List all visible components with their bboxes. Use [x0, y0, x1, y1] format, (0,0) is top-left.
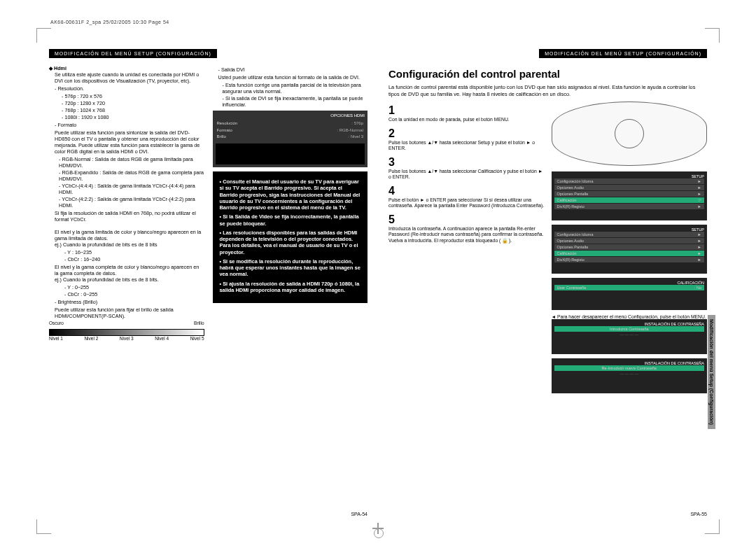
close-menu-note: ◄ Para hacer desaparecer el menú Configu…	[552, 314, 708, 319]
level3: Nivel 3	[120, 336, 134, 342]
gamma-full: El nivel y la gama completa de color y b…	[55, 264, 204, 276]
page-right: Modificación del menú Setup (Configuraci…	[388, 49, 707, 517]
rgb-normal: RGB-Normal : Salida de datos RGB de gama…	[59, 156, 204, 169]
step1-text: Con la unidad en modo de parada, pulse e…	[388, 117, 545, 122]
warn5: • Si ajusta la resolución de salida a HD…	[220, 281, 361, 294]
rgb-exp: RGB-Expandido : Salida de datos RGB de g…	[59, 169, 204, 182]
cb255: CbCr : 0~255	[64, 291, 204, 297]
res-label: Resolución.	[55, 85, 204, 92]
oscuro-label: Oscuro	[49, 321, 64, 326]
y235: Y : 16~235	[64, 249, 204, 255]
osd-row: Re-Introducir nueva Contraseña	[602, 366, 657, 370]
osd-pass1: INSTALACIÓN DE CONTRASEÑA Introduzca Con…	[552, 319, 708, 354]
page-left: Modificación del menú Setup (Configuraci…	[49, 49, 368, 517]
osd-calif: CALIFICACIÓN Usar Contraseña: No	[552, 278, 708, 310]
brillo-label: Brillo	[194, 321, 204, 326]
warn4: • Si se modifica la resolución durante l…	[220, 258, 361, 278]
dvi-b1: Esta función corrige una pantalla parcia…	[223, 82, 368, 94]
crop-mark	[36, 519, 51, 534]
crop-mark-center-circle	[374, 528, 384, 538]
osd-setup-1: SETUP Configuración Idioma► Opciones Aud…	[552, 171, 708, 220]
step1-num: 1	[388, 104, 545, 117]
remote-illustration	[552, 101, 708, 166]
osd-row: Calificación	[557, 251, 577, 255]
step4-text: Pulse el botón ► o ENTER para selecciona…	[388, 197, 545, 209]
dvi-b2: Si la salida de DVI se fija inexactament…	[223, 95, 368, 108]
osd-pass2: INSTALACIÓN DE CONTRASEÑA Re-Introducir …	[552, 358, 708, 393]
osd-row-label: Brillo	[217, 134, 226, 140]
step2-num: 2	[388, 127, 545, 140]
formato-label: Formato	[55, 122, 204, 128]
page-num-right: SPA-55	[690, 512, 707, 517]
warn2: • Si la Salida de Video se fija incorrec…	[220, 213, 361, 227]
osd-row-label: Resolución	[217, 121, 238, 127]
brightness-text: Puede utilizar esta función para fijar e…	[55, 307, 204, 319]
level4: Nivel 4	[155, 336, 169, 342]
warn1: • Consulte el Manual del usuario de su T…	[220, 178, 361, 211]
osd-row-val: : No	[694, 286, 701, 290]
step5-num: 5	[388, 213, 545, 226]
res-576: 576p : 720 x 576	[62, 93, 204, 99]
ej8b: ej.) Cuando la profundidad de bits es de…	[55, 276, 204, 283]
side-tab: Modificación del menú Setup (Configuraci…	[708, 315, 715, 429]
osd-row: Introduzca Contraseña	[610, 327, 649, 331]
osd-title: OPCIONES HDMI	[216, 113, 365, 119]
yc422: YCbCr-(4:2:2) : Salida de gama limitada …	[59, 196, 204, 209]
osd-row-val: : 576p	[351, 121, 363, 127]
page-num-left: SPA-54	[351, 512, 368, 517]
cb240: CbCr : 16~240	[64, 256, 204, 262]
res-720: 720p : 1280 x 720	[62, 100, 204, 106]
osd-row: Opciones Audio	[557, 239, 584, 243]
hdmi-intro: Se utiliza este ajuste cuando la unidad …	[55, 71, 204, 84]
level2: Nivel 2	[84, 336, 98, 342]
gamma-lim: El nivel y la gama limitada de color y b…	[55, 229, 204, 241]
osd-row: Opciones Audio	[557, 185, 584, 190]
steps-text-col: 1 Con la unidad en modo de parada, pulse…	[388, 101, 545, 398]
section-bar: Modificación del menú Setup (Configuraci…	[539, 49, 707, 58]
y255: Y : 0~255	[64, 284, 204, 290]
crop-mark	[705, 519, 720, 534]
res-768: 768p : 1024 x 768	[62, 107, 204, 113]
dvi-text: Usted puede utilizar esta función al for…	[218, 74, 368, 80]
osd-row-val: : RGB-Normal	[337, 128, 363, 134]
crop-mark	[705, 28, 720, 43]
print-header: AK68-00631F 2_spa 25/02/2005 10:30 Page …	[50, 20, 169, 24]
crop-mark	[36, 28, 51, 43]
warn3: • Las resoluciones disponibles para las …	[220, 230, 361, 255]
formato-text: Puede utilizar esta función para sintoni…	[55, 129, 204, 155]
osd-row: Configuración Idioma	[557, 179, 594, 183]
yc444: YCbCr-(4:4:4) : Salida de gama limitada …	[59, 183, 204, 195]
osd-row: Configuración Idioma	[557, 232, 594, 237]
step4-num: 4	[388, 185, 545, 197]
osd-row: Opciones Pantalla	[557, 245, 589, 249]
note768: Si fija la resolución de salida HDMI en …	[55, 210, 204, 223]
step3-text: Pulse los botones ▲/▼ hasta seleccionar …	[388, 169, 545, 181]
brightness-label: Brightness (Brillo)	[55, 299, 204, 305]
osd-row-val: : Nivel 3	[348, 134, 363, 140]
osd-setup-2: SETUP Configuración Idioma► Opciones Aud…	[552, 225, 708, 274]
left-col2: Salida DVI Usted puede utilizar esta fun…	[213, 65, 368, 517]
osd-hdmi-options: OPCIONES HDMI Resolución: 576p Formato: …	[213, 111, 368, 167]
section-bar: Modificación del menú Setup (Configuraci…	[49, 49, 217, 58]
step2-text: Pulse los botones ▲/▼ hasta seleccionar …	[388, 140, 545, 152]
warning-box: • Consulte el Manual del usuario de su T…	[213, 171, 368, 303]
osd-row-label: Formato	[217, 128, 232, 134]
page-title: Configuración del control parental	[388, 68, 707, 80]
osd-row: DivX(R) Registo	[557, 204, 584, 209]
left-col1: Hdmi Se utiliza este ajuste cuando la un…	[49, 65, 204, 517]
osd-row: DivX(R) Registo	[557, 258, 584, 262]
osd-row: Usar Contraseña	[557, 286, 587, 290]
illustrations-col: SETUP Configuración Idioma► Opciones Aud…	[552, 101, 708, 398]
res-1080: 1080i : 1920 x 1080	[62, 114, 204, 120]
page-intro: La función de control parental está disp…	[388, 84, 707, 97]
level1: Nivel 1	[49, 336, 63, 342]
step5-text: Introduzca la contraseña. A continuación…	[388, 226, 545, 244]
osd-row: Calificación	[557, 198, 577, 202]
ej8a: ej.) Cuando la profundidad de bits es de…	[55, 241, 204, 248]
level5: Nivel 5	[190, 336, 204, 342]
brightness-gradient	[49, 329, 204, 336]
step3-num: 3	[388, 156, 545, 169]
osd-row: Opciones Pantalla	[557, 192, 589, 196]
hdmi-heading: Hdmi	[49, 65, 66, 71]
dvi-label: Salida DVI	[218, 66, 368, 73]
